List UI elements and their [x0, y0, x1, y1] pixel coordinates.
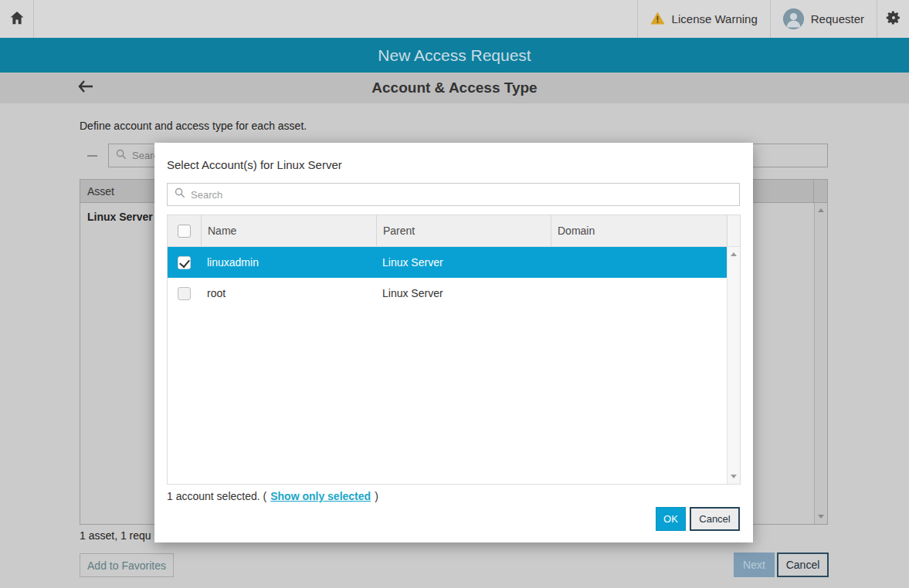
minus-icon	[87, 155, 97, 157]
license-warning-label: License Warning	[672, 12, 758, 25]
settings-button[interactable]	[877, 0, 909, 38]
page-header: New Access Request	[0, 38, 909, 73]
user-menu-button[interactable]: Requester	[770, 0, 877, 38]
dialog-cancel-button[interactable]: Cancel	[690, 507, 740, 531]
selection-status-suffix: )	[375, 490, 378, 502]
search-icon	[116, 149, 127, 163]
ok-label: OK	[663, 513, 678, 525]
instruction-text: Define account and access type for each …	[80, 120, 307, 132]
domain-column-header: Domain	[558, 225, 595, 237]
select-accounts-dialog: Select Account(s) for Linux Server Name …	[154, 143, 753, 542]
scroll-up-icon[interactable]	[731, 252, 737, 256]
row-checkbox-checked[interactable]	[178, 256, 191, 269]
back-button[interactable]	[77, 73, 94, 103]
gear-icon	[886, 10, 901, 28]
back-arrow-icon	[77, 79, 94, 96]
table-row[interactable]: linuxadmin Linux Server	[168, 247, 727, 278]
dialog-title: Select Account(s) for Linux Server	[167, 158, 342, 171]
collapse-toggle[interactable]	[85, 149, 99, 163]
step-title: Account & Access Type	[371, 79, 537, 96]
request-summary-text: 1 asset, 1 requ	[80, 529, 151, 542]
selection-status-text: 1 account selected. (	[167, 490, 266, 502]
ok-button[interactable]: OK	[656, 507, 686, 531]
app-window: License Warning Requester New Access Req…	[0, 0, 909, 588]
step-header: Account & Access Type	[0, 73, 909, 103]
add-to-favorites-button[interactable]: Add to Favorites	[80, 553, 174, 577]
accounts-table-body: linuxadmin Linux Server root Linux Serve…	[168, 247, 740, 484]
scroll-up-icon[interactable]	[818, 208, 824, 212]
dialog-search-box	[167, 183, 740, 206]
select-all-checkbox[interactable]	[178, 225, 191, 238]
scroll-down-icon[interactable]	[818, 515, 824, 519]
next-label: Next	[743, 559, 765, 571]
cancel-button[interactable]: Cancel	[777, 553, 829, 577]
top-bar-right: License Warning Requester	[637, 0, 909, 38]
accounts-table-header: Name Parent Domain	[168, 215, 740, 247]
user-label: Requester	[811, 12, 864, 25]
dialog-search-input[interactable]	[191, 189, 732, 201]
table-row[interactable]: root Linux Server	[168, 278, 727, 309]
header-divider	[813, 180, 814, 202]
row-checkbox-unchecked[interactable]	[178, 287, 191, 300]
parent-cell: Linux Server	[382, 287, 443, 299]
parent-cell: Linux Server	[382, 256, 443, 269]
next-button[interactable]: Next	[734, 553, 775, 577]
name-column-header: Name	[208, 225, 236, 237]
asset-table-scrollbar[interactable]	[814, 203, 827, 524]
license-warning-button[interactable]: License Warning	[637, 0, 770, 38]
page-title: New Access Request	[378, 46, 531, 65]
name-cell: root	[207, 287, 226, 299]
parent-column-header: Parent	[383, 225, 415, 237]
asset-cell: Linux Server	[87, 211, 153, 223]
accounts-table: Name Parent Domain linuxadmin Linux Serv…	[167, 215, 741, 485]
show-only-selected-link[interactable]: Show only selected	[270, 490, 371, 502]
scroll-down-icon[interactable]	[731, 475, 737, 478]
selection-status: 1 account selected. ( Show only selected…	[167, 490, 378, 502]
warning-icon	[650, 12, 665, 27]
name-cell: linuxadmin	[207, 256, 259, 269]
dialog-cancel-label: Cancel	[699, 513, 730, 525]
home-icon	[8, 9, 25, 29]
asset-column-header: Asset	[87, 185, 114, 198]
cancel-label: Cancel	[786, 559, 820, 571]
accounts-table-scrollbar[interactable]	[727, 247, 740, 484]
add-to-favorites-label: Add to Favorites	[87, 559, 166, 572]
header-scroll-gutter	[727, 215, 740, 246]
search-icon	[175, 188, 185, 201]
top-bar: License Warning Requester	[0, 0, 909, 38]
avatar	[783, 8, 804, 29]
home-button[interactable]	[0, 0, 34, 38]
